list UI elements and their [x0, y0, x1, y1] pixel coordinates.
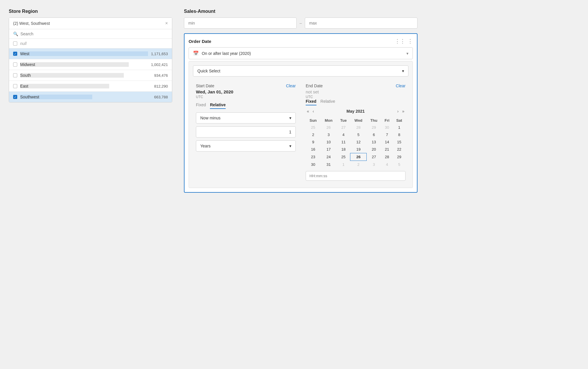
cal-day[interactable]: 11	[337, 138, 350, 146]
cal-day[interactable]: 3	[321, 131, 337, 138]
cal-day[interactable]: 5	[350, 131, 367, 138]
start-date-tz: UTC	[196, 95, 296, 99]
start-date-column: Start Date Clear Wed, Jan 01, 2020 UTC F…	[193, 81, 299, 184]
cal-day[interactable]: 26	[350, 153, 367, 161]
cal-day[interactable]: 28	[381, 153, 393, 161]
end-date-clear[interactable]: Clear	[396, 83, 406, 88]
cal-day[interactable]: 6	[367, 131, 381, 138]
relative-number-input[interactable]	[196, 126, 296, 137]
item-value: 663,788	[154, 95, 168, 99]
grid-icon[interactable]: ⋮⋮	[395, 38, 405, 44]
cal-day[interactable]: 30	[381, 124, 393, 131]
item-checkbox[interactable]	[13, 73, 17, 77]
null-checkbox[interactable]	[13, 41, 17, 46]
cal-day[interactable]: 16	[306, 146, 321, 153]
close-icon[interactable]: ×	[165, 21, 168, 26]
order-date-section: Order Date ⋮⋮ ⋮ 📅 On or after last year …	[184, 33, 417, 193]
filter-selected-label: (2) West, Southwest	[13, 21, 50, 26]
cal-day[interactable]: 29	[393, 153, 406, 161]
cal-prev-btn[interactable]: ‹	[312, 108, 315, 114]
list-item[interactable]: Midwest1,002,421	[9, 59, 172, 70]
cal-day[interactable]: 1	[337, 161, 350, 168]
cal-day[interactable]: 30	[306, 161, 321, 168]
search-box: 🔍	[9, 29, 172, 39]
end-date-tab-fixed[interactable]: Fixed	[306, 99, 316, 105]
cal-day[interactable]: 26	[321, 124, 337, 131]
cal-day[interactable]: 28	[350, 124, 367, 131]
end-date-value: not set	[306, 89, 406, 94]
list-item[interactable]: ✓Southwest663,788	[9, 92, 172, 102]
item-checkbox[interactable]: ✓	[13, 52, 17, 56]
years-dropdown[interactable]: Years ▾	[196, 140, 296, 152]
cal-prev-prev-btn[interactable]: «	[306, 108, 310, 114]
item-label: West	[20, 51, 148, 56]
cal-day[interactable]: 31	[321, 161, 337, 168]
chevron-down-icon: ▾	[406, 51, 408, 56]
cal-day[interactable]: 19	[350, 146, 367, 153]
cal-day[interactable]: 23	[306, 153, 321, 161]
end-date-tabs: Fixed Relative	[306, 99, 406, 105]
cal-day[interactable]: 27	[367, 153, 381, 161]
start-date-tab-relative[interactable]: Relative	[210, 102, 226, 109]
cal-next-next-btn[interactable]: »	[401, 108, 406, 114]
item-checkbox[interactable]	[13, 84, 17, 88]
cal-day[interactable]: 1	[393, 124, 406, 131]
date-dropdown-value: On or after last year (2020)	[202, 51, 251, 56]
date-dropdown[interactable]: 📅 On or after last year (2020) ▾	[189, 47, 413, 59]
time-input[interactable]	[306, 171, 406, 181]
cal-day[interactable]: 4	[337, 131, 350, 138]
cal-day[interactable]: 15	[393, 138, 406, 146]
cal-day[interactable]: 29	[367, 124, 381, 131]
order-date-icons: ⋮⋮ ⋮	[395, 38, 413, 44]
now-minus-dropdown[interactable]: Now minus ▾	[196, 112, 296, 123]
cal-day[interactable]: 3	[367, 161, 381, 168]
null-row: null	[9, 39, 172, 48]
relative-controls: Now minus ▾ Years ▾	[196, 112, 296, 152]
cal-day[interactable]: 2	[350, 161, 367, 168]
cal-day[interactable]: 4	[381, 161, 393, 168]
more-icon[interactable]: ⋮	[408, 38, 413, 44]
cal-day[interactable]: 21	[381, 146, 393, 153]
cal-day[interactable]: 2	[306, 131, 321, 138]
start-date-clear[interactable]: Clear	[286, 83, 296, 88]
end-date-tab-relative[interactable]: Relative	[321, 99, 335, 105]
item-checkbox[interactable]	[13, 62, 17, 67]
item-value: 812,290	[154, 84, 168, 88]
calendar-icon: 📅	[193, 51, 199, 56]
cal-day[interactable]: 17	[321, 146, 337, 153]
cal-day[interactable]: 9	[306, 138, 321, 146]
item-label: Midwest	[20, 62, 148, 67]
now-minus-label: Now minus	[200, 116, 220, 120]
sales-max-input[interactable]	[305, 18, 417, 29]
item-checkbox[interactable]: ✓	[13, 95, 17, 99]
cal-month-label: May 2021	[347, 109, 365, 114]
cal-day[interactable]: 27	[337, 124, 350, 131]
cal-day[interactable]: 20	[367, 146, 381, 153]
cal-day[interactable]: 22	[393, 146, 406, 153]
cal-next-btn[interactable]: ›	[396, 108, 400, 114]
cal-day[interactable]: 12	[350, 138, 367, 146]
cal-day[interactable]: 14	[381, 138, 393, 146]
cal-day[interactable]: 13	[367, 138, 381, 146]
quick-select-dropdown[interactable]: Quick Select ▾	[193, 65, 408, 76]
range-dash: –	[297, 21, 305, 25]
cal-header: Sat	[393, 117, 406, 124]
list-item[interactable]: ✓West1,171,653	[9, 48, 172, 59]
cal-day[interactable]: 25	[306, 124, 321, 131]
search-input[interactable]	[20, 32, 168, 36]
cal-day[interactable]: 24	[321, 153, 337, 161]
list-item[interactable]: South934,476	[9, 70, 172, 81]
sales-min-input[interactable]	[184, 18, 297, 29]
cal-day[interactable]: 7	[381, 131, 393, 138]
start-date-tab-fixed[interactable]: Fixed	[196, 102, 206, 109]
cal-day[interactable]: 5	[393, 161, 406, 168]
sales-amount-title: Sales-Amount	[184, 9, 417, 14]
cal-day[interactable]: 18	[337, 146, 350, 153]
start-date-value: Wed, Jan 01, 2020	[196, 89, 296, 94]
picker-panel: Quick Select ▾ Start Date Clear Wed, Jan…	[189, 61, 413, 188]
cal-day[interactable]: 25	[337, 153, 350, 161]
quick-select-chevron: ▾	[402, 69, 404, 73]
list-item[interactable]: East812,290	[9, 81, 172, 92]
cal-day[interactable]: 10	[321, 138, 337, 146]
cal-day[interactable]: 8	[393, 131, 406, 138]
